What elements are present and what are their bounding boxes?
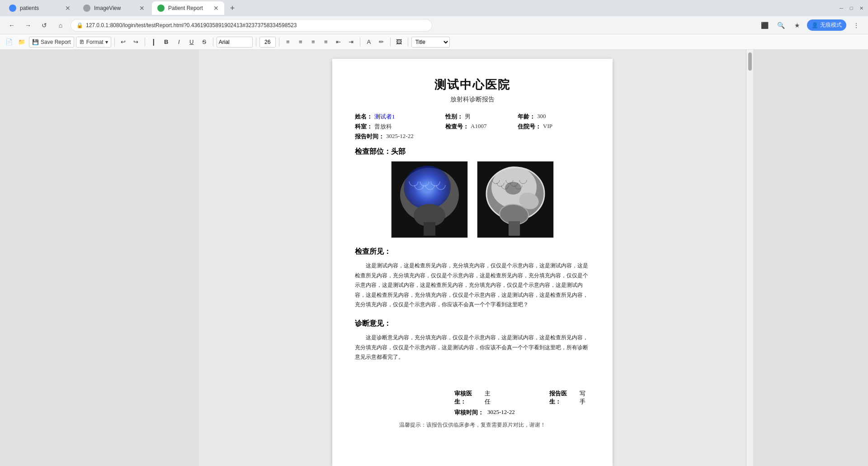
editor-toolbar: 📄 📁 💾 Save Report 🖹 Format ▾ ↩ ↪ | B I U…	[0, 34, 868, 50]
user-profile[interactable]: 👤 无痕模式	[807, 19, 846, 31]
exam-section-title: 检查部位：头部	[355, 147, 590, 157]
dept-item: 科室： 普放科	[355, 123, 445, 131]
format-label: Format	[86, 39, 104, 45]
age-value: 300	[537, 113, 546, 121]
redo-button[interactable]: ↪	[131, 37, 142, 48]
document-container[interactable]: 测试中心医院 放射科诊断报告 姓名： 测试者1 性别： 男 年龄： 300	[199, 50, 746, 466]
tab-patients[interactable]: patients ✕	[4, 1, 76, 15]
bookmark-icon[interactable]: ★	[791, 19, 803, 32]
svg-point-2	[159, 6, 163, 10]
indent-decrease-button[interactable]: ⇤	[333, 37, 344, 48]
divider-3	[213, 38, 213, 47]
footer-row-2: 审核时间： 3025-12-22	[355, 409, 590, 417]
reporter-label: 报告医生：	[549, 390, 576, 406]
tab-patient-report-close[interactable]: ✕	[213, 5, 219, 11]
text-color-button[interactable]: A	[363, 37, 374, 48]
svg-point-0	[10, 6, 15, 10]
footer-row-1: 审核医生： 主任 报告医生： 写手	[355, 390, 590, 406]
align-center-button[interactable]: ≡	[295, 37, 306, 48]
gender-label: 性别：	[445, 113, 463, 121]
gender-value: 男	[465, 113, 471, 121]
open-file-button[interactable]: 📁	[16, 37, 27, 48]
divider-7	[390, 38, 391, 47]
back-button[interactable]: ←	[5, 19, 18, 32]
menu-icon[interactable]: ⋮	[850, 19, 863, 32]
minimize-button[interactable]: ─	[838, 5, 844, 11]
age-item: 年龄： 300	[518, 113, 590, 121]
close-button[interactable]: ✕	[858, 5, 864, 11]
save-icon: 💾	[32, 39, 39, 45]
info-row-1: 姓名： 测试者1 性别： 男 年龄： 300	[355, 113, 590, 121]
tab-patient-report-label: Patient Report	[168, 5, 210, 11]
align-justify-button[interactable]: ≡	[321, 37, 331, 48]
format-button[interactable]: 🖹 Format ▾	[76, 37, 111, 48]
divider-8	[408, 38, 408, 47]
highlight-button[interactable]: ✏	[376, 37, 387, 48]
patient-report-favicon	[157, 5, 165, 12]
divider-6	[360, 38, 360, 47]
tab-imageview-close[interactable]: ✕	[139, 5, 145, 11]
brain-image-1	[391, 161, 468, 238]
info-row-2: 科室： 普放科 检查号： A1007 住院号： VIP	[355, 123, 590, 131]
underline-button[interactable]: U	[186, 37, 197, 48]
reporter-item: 报告医生： 写手	[549, 390, 590, 406]
strikethrough-button[interactable]: S	[199, 37, 210, 48]
paragraph-style-select[interactable]: Title Heading 1 Heading 2 Normal	[411, 37, 450, 48]
indent-increase-button[interactable]: ⇥	[346, 37, 357, 48]
zoom-icon[interactable]: 🔍	[774, 19, 787, 32]
brain-canvas-1	[391, 161, 468, 238]
dept-value: 普放科	[374, 123, 392, 131]
maximize-button[interactable]: □	[848, 5, 854, 11]
align-right-button[interactable]: ≡	[308, 37, 319, 48]
brain-image-2	[477, 161, 554, 238]
age-label: 年龄：	[518, 113, 535, 121]
tab-imageview[interactable]: ImageView ✕	[78, 1, 150, 15]
brain-canvas-2	[477, 161, 554, 238]
undo-button[interactable]: ↩	[118, 37, 129, 48]
address-bar-right: ⬛ 🔍 ★ 👤 无痕模式 ⋮	[758, 19, 863, 32]
tab-patients-close[interactable]: ✕	[65, 5, 71, 11]
exam-section-value: 头部	[391, 147, 406, 155]
vertical-line-icon: |	[148, 37, 159, 48]
report-time-value: 3025-12-22	[386, 133, 414, 141]
observation-text: 这是测试内容，这是检查所见内容，充分填充内容，仅仅是个示意内容，这是测试内容，这…	[355, 261, 590, 310]
user-icon: 👤	[811, 22, 818, 29]
new-file-button[interactable]: 📄	[4, 37, 14, 48]
scrollbar[interactable]	[746, 50, 753, 466]
exam-no-value: A1007	[471, 123, 486, 131]
insert-image-button[interactable]: 🖼	[394, 37, 405, 48]
patients-favicon	[9, 5, 16, 12]
dept-label: 科室：	[355, 123, 373, 131]
align-left-button[interactable]: ≡	[283, 37, 293, 48]
save-report-label: Save Report	[41, 39, 71, 45]
doc-subtitle: 放射科诊断报告	[355, 95, 590, 104]
main-area: 测试中心医院 放射科诊断报告 姓名： 测试者1 性别： 男 年龄： 300	[0, 50, 868, 466]
divider-5	[279, 38, 279, 47]
scrollbar-thumb[interactable]	[748, 52, 752, 71]
document-page: 测试中心医院 放射科诊断报告 姓名： 测试者1 性别： 男 年龄： 300	[332, 59, 613, 466]
title-bar: patients ✕ ImageView ✕ Patient Report ✕ …	[0, 0, 868, 16]
hosp-no-label: 住院号：	[518, 123, 541, 131]
font-size-input[interactable]	[259, 37, 276, 48]
url-bar[interactable]: 🔒 127.0.0.1:8080/login/test/testReport.h…	[71, 19, 432, 32]
name-label: 姓名：	[355, 113, 373, 121]
italic-button[interactable]: I	[174, 37, 184, 48]
divider-2	[145, 38, 145, 47]
exam-no-item: 检查号： A1007	[445, 123, 518, 131]
report-time-item: 报告时间： 3025-12-22	[355, 133, 427, 141]
tab-patient-report[interactable]: Patient Report ✕	[152, 1, 224, 15]
footer-spacer	[355, 376, 590, 390]
reviewer-value: 主任	[485, 390, 495, 406]
forward-button[interactable]: →	[22, 19, 34, 32]
exam-no-label: 检查号：	[445, 123, 469, 131]
extensions-icon[interactable]: ⬛	[758, 19, 771, 32]
review-time-label: 审核时间：	[454, 409, 484, 417]
save-report-button[interactable]: 💾 Save Report	[29, 37, 74, 48]
image-row	[355, 161, 590, 238]
address-bar: ← → ↺ ⌂ 🔒 127.0.0.1:8080/login/test/test…	[0, 16, 868, 34]
font-family-input[interactable]	[217, 37, 253, 48]
reload-button[interactable]: ↺	[38, 19, 51, 32]
new-tab-button[interactable]: +	[226, 2, 239, 14]
bold-button[interactable]: B	[161, 37, 172, 48]
home-button[interactable]: ⌂	[54, 19, 67, 32]
